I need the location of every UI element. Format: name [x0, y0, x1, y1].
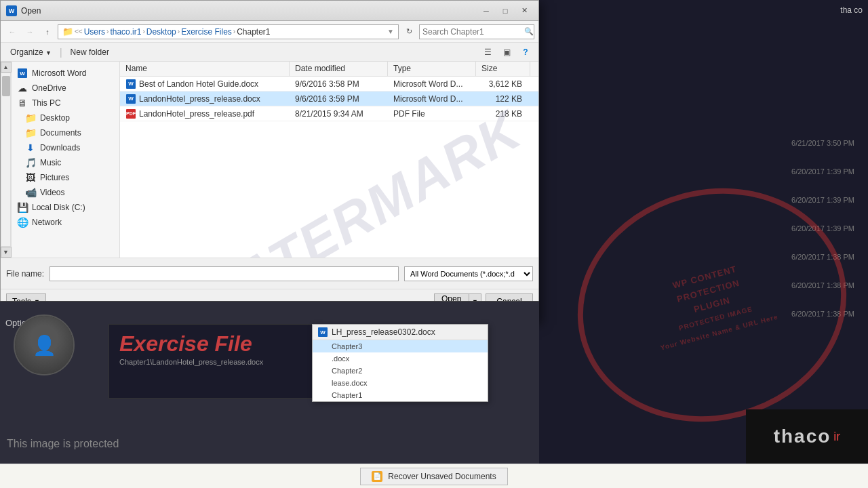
scrollbar-thumb[interactable]	[2, 76, 10, 96]
content-area: ▲ ▼ W Microsoft Word ☁ OneDrive 🖥 This P…	[1, 62, 538, 258]
onedrive-icon: ☁	[17, 83, 28, 94]
file-type-3: PDF File	[388, 108, 476, 120]
breadcrumb-desktop[interactable]: Desktop	[146, 27, 176, 37]
word-icon: W	[17, 68, 28, 79]
file-date-2: 9/6/2016 3:59 PM	[290, 93, 388, 105]
sidebar-label-documents: Documents	[40, 128, 81, 138]
popup-header-text: LH_press_release0302.docx	[332, 327, 435, 337]
sidebar-item-videos[interactable]: 📹 Videos	[12, 185, 119, 200]
popup-item-4[interactable]: lease.docx	[313, 377, 488, 389]
ts-5: 6/20/2017 1:38 PM	[791, 243, 854, 271]
sidebar-label-this-pc: This PC	[32, 98, 61, 108]
search-input[interactable]	[422, 27, 524, 37]
local-disk-icon: 💾	[17, 202, 28, 213]
downloads-icon: ⬇	[25, 142, 36, 153]
breadcrumb[interactable]: 📁 << Users › thaco.ir1 › Desktop › Exerc…	[58, 24, 399, 39]
network-icon: 🌐	[17, 217, 28, 228]
popup-item-3[interactable]: Chapter2	[313, 365, 488, 377]
breadcrumb-thaco[interactable]: thaco.ir1	[110, 27, 141, 37]
file-size-3: 218 KB	[476, 108, 530, 120]
view-toggle-button[interactable]: ▣	[499, 45, 514, 60]
scroll-up-arrow[interactable]: ▲	[1, 62, 12, 73]
sidebar-item-pictures[interactable]: 🖼 Pictures	[12, 170, 119, 185]
col-header-name[interactable]: Name	[120, 62, 290, 76]
recover-button[interactable]: 📄 Recover Unsaved Documents	[360, 468, 507, 485]
search-button[interactable]: 🔍	[524, 26, 534, 38]
file-icon-2: W	[125, 94, 136, 104]
videos-icon: 📹	[25, 187, 36, 198]
scroll-down-arrow[interactable]: ▼	[1, 247, 12, 258]
file-type-filter[interactable]: All Word Documents (*.docx;*.d	[405, 269, 532, 279]
breadcrumb-dropdown-arrow[interactable]: ▼	[387, 28, 394, 35]
forward-button[interactable]: →	[22, 24, 37, 39]
notification-text: Recover Unsaved Documents	[388, 472, 496, 481]
sidebar-item-documents[interactable]: 📁 Documents	[12, 125, 119, 140]
popup-item-2[interactable]: .docx	[313, 352, 488, 365]
popup-header: W LH_press_release0302.docx	[313, 325, 488, 340]
title-bar: W Open ─ □ ✕	[1, 1, 538, 21]
sidebar-item-local-disk[interactable]: 💾 Local Disk (C:)	[12, 200, 119, 215]
sidebar-label-music: Music	[40, 158, 61, 167]
filename-input[interactable]	[50, 266, 399, 281]
file-list-header: Name Date modified Type Size	[120, 62, 538, 77]
file-row-2[interactable]: W LandonHotel_press_release.docx 9/6/201…	[120, 92, 538, 106]
breadcrumb-exercise[interactable]: Exercise Files	[181, 27, 232, 37]
sidebar-label-local-disk: Local Disk (C:)	[32, 203, 85, 212]
search-box: 🔍	[419, 24, 534, 39]
organize-button[interactable]: Organize ▼	[6, 45, 56, 60]
notification-icon: 📄	[372, 471, 382, 482]
sidebar-item-onedrive[interactable]: ☁ OneDrive	[12, 81, 119, 96]
file-size-2: 122 KB	[476, 93, 530, 105]
col-header-date[interactable]: Date modified	[290, 62, 388, 76]
maximize-button[interactable]: □	[496, 4, 514, 18]
popup-word-icon: W	[318, 327, 328, 337]
file-row-1[interactable]: W Best of Landon Hotel Guide.docx 9/6/20…	[120, 77, 538, 92]
desktop-icon: 📁	[25, 113, 36, 123]
sidebar-item-desktop[interactable]: 📁 Desktop	[12, 110, 119, 125]
organize-arrow-icon: ▼	[45, 49, 52, 56]
sidebar-item-downloads[interactable]: ⬇ Downloads	[12, 140, 119, 155]
new-folder-button[interactable]: New folder	[66, 45, 113, 60]
breadcrumb-users[interactable]: Users	[84, 27, 105, 37]
filename-label: File name:	[6, 269, 44, 279]
file-date-1: 9/6/2016 3:58 PM	[290, 78, 388, 90]
col-header-type[interactable]: Type	[388, 62, 476, 76]
bottom-notification: 📄 Recover Unsaved Documents	[0, 464, 868, 488]
back-button[interactable]: ←	[5, 24, 20, 39]
file-name-1: W Best of Landon Hotel Guide.docx	[120, 77, 290, 91]
minimize-button[interactable]: ─	[477, 4, 495, 18]
breadcrumb-chapter1: Chapter1	[237, 27, 270, 37]
up-button[interactable]: ↑	[40, 24, 55, 39]
ts-6: 6/20/2017 1:38 PM	[791, 271, 854, 300]
sidebar-label-videos: Videos	[40, 188, 64, 197]
sidebar-label-network: Network	[32, 218, 62, 227]
col-header-size[interactable]: Size	[476, 62, 530, 76]
open-dialog: W Open ─ □ ✕ ← → ↑ 📁 << Users › thaco.ir…	[0, 0, 539, 322]
view-menu-button[interactable]: ☰	[480, 45, 495, 60]
sidebar-label-pictures: Pictures	[40, 173, 69, 182]
window-controls: ─ □ ✕	[477, 4, 533, 18]
breadcrumb-icon: 📁	[62, 26, 73, 37]
sidebar-item-this-pc[interactable]: 🖥 This PC	[12, 96, 119, 110]
sidebar-item-microsoft-word[interactable]: W Microsoft Word	[12, 66, 119, 81]
file-type-2: Microsoft Word D...	[388, 93, 476, 105]
thaco-watermark: thaco ir	[746, 409, 868, 464]
popup-item-1[interactable]: Chapter3	[313, 340, 488, 352]
protected-label: This image is protected	[7, 438, 119, 450]
file-icon-1: W	[125, 79, 136, 89]
refresh-button[interactable]: ↻	[401, 24, 416, 39]
toolbar: ← → ↑ 📁 << Users › thaco.ir1 › Desktop ›…	[1, 21, 538, 43]
close-button[interactable]: ✕	[515, 4, 533, 18]
help-button[interactable]: ?	[518, 45, 533, 60]
sidebar-label-onedrive: OneDrive	[32, 83, 66, 93]
timestamp-list: 6/21/2017 3:50 PM 6/20/2017 1:39 PM 6/20…	[791, 129, 854, 328]
top-right-label: tha co	[840, 5, 863, 15]
file-row-3[interactable]: PDF LandonHotel_press_release.pdf 8/21/2…	[120, 106, 538, 121]
file-type-1: Microsoft Word D...	[388, 78, 476, 90]
sidebar-item-network[interactable]: 🌐 Network	[12, 215, 119, 230]
separator-1: |	[60, 47, 62, 58]
sidebar-item-music[interactable]: 🎵 Music	[12, 155, 119, 170]
dialog-title: Open	[21, 6, 477, 16]
popup-item-5[interactable]: Chapter1	[313, 389, 488, 401]
scrollbar-track	[1, 73, 11, 247]
